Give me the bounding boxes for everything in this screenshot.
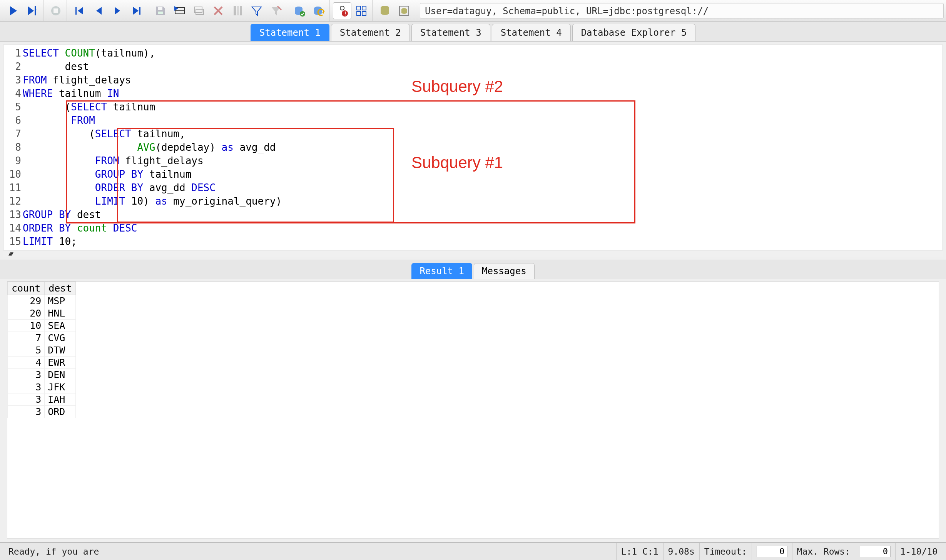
code-line[interactable]: 4WHERE tailnum IN (3, 87, 943, 100)
svg-rect-13 (158, 12, 163, 14)
svg-rect-23 (240, 6, 242, 15)
cursor-position: L:1 C:1 (616, 543, 663, 560)
connection-info: User=dataguy, Schema=public, URL=jdbc:po… (420, 3, 944, 18)
column-header[interactable]: dest (45, 282, 76, 295)
insert-row-button[interactable] (170, 2, 189, 19)
rollback-button[interactable] (309, 2, 328, 19)
table-row[interactable]: 4EWR (8, 357, 76, 369)
svg-marker-0 (10, 6, 17, 15)
table-row[interactable]: 29MSP (8, 295, 76, 307)
split-handle[interactable]: ▲▼ (3, 250, 943, 257)
svg-rect-39 (357, 12, 361, 15)
save-button[interactable] (151, 2, 170, 19)
row-range: 1-10/10 (895, 543, 942, 560)
table-row[interactable]: 3ORD (8, 406, 76, 418)
code-line[interactable]: 2 dest (3, 60, 943, 73)
commit-button[interactable] (290, 2, 309, 19)
svg-rect-12 (158, 7, 162, 10)
result-tabs: Result 1Messages (0, 260, 946, 279)
clear-filter-button[interactable] (267, 2, 285, 19)
prev-record-button[interactable] (89, 2, 108, 19)
show-db-explorer-button[interactable] (376, 2, 394, 19)
code-line[interactable]: 13GROUP BY dest (3, 208, 943, 222)
line-number: 15 (3, 235, 23, 248)
line-number: 4 (3, 87, 23, 100)
code-line[interactable]: 11 ORDER BY avg_dd DESC (3, 181, 943, 195)
main-toolbar: I ! User=dataguy, Schema=public, URL=jdb… (0, 0, 946, 22)
svg-point-30 (300, 11, 305, 17)
filter-button[interactable] (247, 2, 266, 19)
line-number: 5 (3, 100, 23, 114)
table-row[interactable]: 10SEA (8, 320, 76, 332)
next-record-button[interactable] (109, 2, 127, 19)
select-columns-button[interactable] (228, 2, 247, 19)
statement-tab[interactable]: Statement 2 (331, 24, 410, 41)
sql-editor[interactable]: 1SELECT COUNT(tailnum),2 dest3FROM fligh… (3, 45, 943, 250)
delete-row-button[interactable] (209, 2, 227, 19)
statement-tab[interactable]: Statement 4 (492, 24, 571, 41)
execution-time: 9.08s (663, 543, 699, 560)
stop-button[interactable] (47, 2, 65, 19)
line-number: 7 (3, 127, 23, 141)
svg-rect-37 (357, 6, 361, 10)
svg-rect-22 (237, 6, 239, 15)
svg-rect-6 (75, 7, 77, 15)
show-db-tree-button[interactable] (395, 2, 413, 19)
code-line[interactable]: 7 (SELECT tailnum, (3, 127, 943, 141)
column-header[interactable]: count (8, 282, 45, 295)
run-to-cursor-button[interactable]: I (23, 2, 42, 19)
svg-text:!: ! (344, 10, 347, 17)
maxrows-input[interactable] (860, 546, 891, 557)
result-tab[interactable]: Result 1 (411, 263, 472, 279)
first-record-button[interactable] (70, 2, 89, 19)
timeout-input[interactable] (757, 546, 787, 557)
statement-tab[interactable]: Statement 1 (251, 24, 329, 41)
code-line[interactable]: 12 LIMIT 10) as my_original_query) (3, 195, 943, 208)
code-line[interactable]: 6 FROM (3, 114, 943, 127)
svg-rect-21 (234, 6, 236, 15)
statement-tabs: Statement 1Statement 2Statement 3Stateme… (0, 22, 946, 42)
statement-tab[interactable]: Database Explorer 5 (572, 24, 696, 41)
duplicate-row-button[interactable] (190, 2, 208, 19)
table-row[interactable]: 7CVG (8, 332, 76, 344)
results-grid[interactable]: countdest29MSP20HNL10SEA7CVG5DTW4EWR3DEN… (7, 281, 939, 538)
table-row[interactable]: 3DEN (8, 369, 76, 381)
table-row[interactable]: 5DTW (8, 344, 76, 357)
svg-rect-40 (362, 12, 366, 15)
ignore-errors-button[interactable]: ! (333, 2, 351, 19)
code-line[interactable]: 10 GROUP BY tailnum (3, 168, 943, 181)
statement-tab[interactable]: Statement 3 (411, 24, 490, 41)
append-results-button[interactable] (352, 2, 371, 19)
code-line[interactable]: 1SELECT COUNT(tailnum), (3, 47, 943, 60)
svg-marker-7 (78, 7, 83, 15)
maxrows-label: Max. Rows: (792, 543, 855, 560)
svg-marker-24 (252, 7, 261, 15)
table-row[interactable]: 3JFK (8, 381, 76, 393)
svg-point-47 (401, 12, 407, 14)
table-row[interactable]: 20HNL (8, 307, 76, 320)
line-number: 10 (3, 168, 23, 181)
line-number: 2 (3, 60, 23, 73)
code-line[interactable]: 15LIMIT 10; (3, 235, 943, 248)
code-line[interactable]: 9 FROM flight_delays (3, 154, 943, 168)
last-record-button[interactable] (128, 2, 146, 19)
svg-rect-5 (53, 8, 58, 13)
svg-marker-16 (174, 6, 178, 11)
line-number: 3 (3, 73, 23, 87)
line-number: 8 (3, 141, 23, 154)
svg-marker-9 (115, 7, 120, 15)
table-row[interactable]: 3IAH (8, 393, 76, 406)
code-line[interactable]: 3FROM flight_delays (3, 73, 943, 87)
svg-marker-8 (96, 7, 102, 15)
svg-text:I: I (35, 7, 37, 11)
svg-marker-1 (28, 6, 34, 15)
status-message: Ready, if you are (4, 543, 616, 560)
code-line[interactable]: 8 AVG(depdelay) as avg_dd (3, 141, 943, 154)
result-tab[interactable]: Messages (474, 263, 535, 279)
code-line[interactable]: 5 (SELECT tailnum (3, 100, 943, 114)
svg-marker-34 (322, 12, 324, 14)
status-bar: Ready, if you are L:1 C:1 9.08s Timeout:… (0, 542, 946, 560)
svg-rect-38 (362, 6, 366, 10)
code-line[interactable]: 14ORDER BY count DESC (3, 222, 943, 235)
run-button[interactable] (4, 2, 22, 19)
